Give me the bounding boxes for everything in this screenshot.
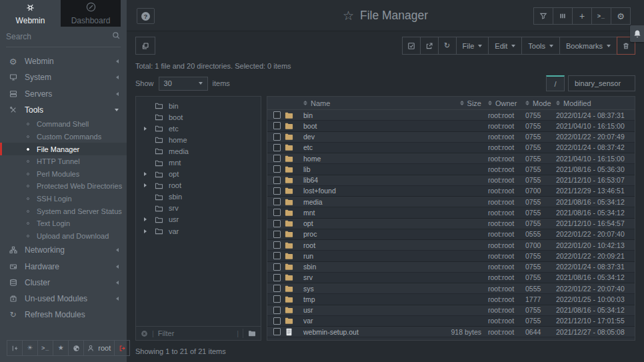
logout-button[interactable] — [114, 340, 130, 356]
root-path-button[interactable]: / — [546, 75, 565, 91]
table-row-usr[interactable]: usrroot:root07552021/08/16 - 05:34:12 — [267, 305, 635, 316]
table-row-var[interactable]: varroot:root07552021/12/10 - 17:01:55 — [267, 316, 635, 327]
sidebar-item-protected-web-directories[interactable]: Protected Web Directories — [0, 180, 127, 193]
expand-arrow-icon[interactable] — [144, 217, 149, 221]
expand-arrow-icon[interactable] — [144, 183, 149, 187]
column-header-name[interactable]: Name — [303, 99, 429, 107]
row-checkbox[interactable] — [273, 122, 281, 129]
cell-name[interactable]: opt — [303, 219, 429, 227]
sidebar-item-text-login[interactable]: Text Login — [0, 217, 127, 230]
table-row-webmin-setup-out[interactable]: webmin-setup.out918 bytesroot:root064420… — [267, 327, 635, 337]
user-button[interactable]: root — [83, 340, 115, 356]
export-button[interactable] — [420, 37, 439, 55]
table-row-proc[interactable]: procroot:root05552022/01/22 - 20:07:40 — [267, 229, 635, 240]
help-button[interactable]: ? — [137, 8, 155, 24]
tree-item-media[interactable]: media — [136, 145, 261, 157]
clear-filter-icon[interactable] — [141, 330, 148, 337]
column-header-size[interactable]: Size — [429, 99, 488, 107]
theme-palette-button[interactable] — [68, 340, 84, 356]
sidebar-section-un-used-modules[interactable]: Un-used Modules — [0, 291, 127, 307]
cell-name[interactable]: proc — [303, 230, 429, 238]
sidebar-item-command-shell[interactable]: Command Shell — [0, 118, 127, 131]
notification-bell-button[interactable] — [630, 25, 644, 42]
sidebar-section-system[interactable]: System — [0, 69, 127, 85]
table-row-sbin[interactable]: sbinroot:root07552022/01/24 - 08:37:31 — [267, 262, 635, 273]
cell-name[interactable]: lib — [303, 165, 429, 173]
row-checkbox[interactable] — [273, 209, 281, 216]
columns-button[interactable] — [553, 7, 573, 25]
row-checkbox[interactable] — [273, 111, 281, 119]
star-outline-icon[interactable]: ☆ — [343, 8, 354, 23]
sidebar-section-webmin[interactable]: ⚙Webmin — [0, 53, 127, 69]
cell-name[interactable]: var — [303, 317, 429, 325]
row-checkbox[interactable] — [273, 285, 281, 292]
row-checkbox[interactable] — [273, 231, 281, 238]
column-header-owner[interactable]: Owner — [488, 99, 525, 107]
tree-item-usr[interactable]: usr — [136, 214, 261, 225]
cell-name[interactable]: boot — [303, 122, 429, 130]
sidebar-section-hardware[interactable]: Hardware — [0, 258, 127, 274]
row-checkbox[interactable] — [273, 177, 281, 184]
cell-name[interactable]: mnt — [303, 209, 429, 217]
column-header-modified[interactable]: Modified — [556, 99, 635, 107]
table-row-srv[interactable]: srvroot:root07552021/08/16 - 05:34:12 — [267, 273, 635, 283]
cell-name[interactable]: sys — [303, 285, 429, 293]
favorites-button[interactable]: ★ — [53, 340, 69, 356]
cell-name[interactable]: usr — [303, 306, 429, 314]
row-checkbox[interactable] — [273, 220, 281, 227]
table-row-home[interactable]: homeroot:root07552021/04/10 - 16:15:00 — [267, 153, 635, 164]
add-button[interactable]: + — [572, 7, 592, 25]
tree-item-boot[interactable]: boot — [136, 111, 261, 123]
expand-arrow-icon[interactable] — [144, 229, 149, 233]
cell-name[interactable]: root — [303, 241, 429, 249]
sidebar-section-tools[interactable]: Tools — [0, 102, 127, 118]
tree-item-etc[interactable]: etc — [136, 123, 261, 134]
table-row-dev[interactable]: devroot:root07552022/01/22 - 20:07:49 — [267, 132, 635, 143]
table-row-lib[interactable]: libroot:root07552021/08/16 - 05:36:30 — [267, 164, 635, 175]
tree-item-mnt[interactable]: mnt — [136, 157, 261, 168]
table-row-etc[interactable]: etcroot:root07552022/01/24 - 08:37:42 — [267, 143, 635, 153]
row-checkbox[interactable] — [273, 252, 281, 259]
sidebar-item-file-manager[interactable]: File Manager — [0, 143, 127, 155]
row-checkbox[interactable] — [273, 165, 281, 173]
table-row-lost-found[interactable]: lost+foundroot:root07002021/12/29 - 13:4… — [267, 186, 635, 197]
cell-name[interactable]: tmp — [303, 295, 429, 303]
column-header-mode[interactable]: Mode — [525, 99, 556, 107]
cell-name[interactable]: run — [303, 252, 429, 260]
paste-clipboard-button[interactable] — [135, 37, 155, 55]
sidebar-section-refresh-modules[interactable]: ↻Refresh Modules — [0, 307, 127, 323]
filter-button[interactable] — [533, 7, 553, 25]
sidebar-item-upload-and-download[interactable]: Upload and Download — [0, 230, 127, 243]
sidebar-item-ssh-login[interactable]: SSH Login — [0, 193, 127, 205]
row-checkbox[interactable] — [273, 307, 281, 314]
menu-file-button[interactable]: File — [456, 37, 489, 55]
cell-name[interactable]: bin — [303, 111, 429, 119]
page-size-select[interactable]: 30 — [159, 77, 208, 91]
row-checkbox[interactable] — [273, 274, 281, 281]
terminal-button[interactable]: >_ — [591, 7, 611, 25]
tree-folder-toggle[interactable] — [243, 329, 256, 338]
table-row-run[interactable]: runroot:root07552022/01/22 - 20:09:21 — [267, 251, 635, 261]
table-row-mnt[interactable]: mntroot:root07552021/08/16 - 05:34:12 — [267, 207, 635, 218]
row-checkbox[interactable] — [273, 198, 281, 205]
refresh-button[interactable]: ↻ — [438, 37, 457, 55]
table-row-lib64[interactable]: lib64root:root07552021/12/10 - 16:53:07 — [267, 175, 635, 186]
path-filter-input[interactable] — [568, 75, 635, 91]
sidebar-item-perl-modules[interactable]: Perl Modules — [0, 168, 127, 181]
tree-item-root[interactable]: root — [136, 180, 261, 191]
settings-button[interactable]: ⚙ — [611, 7, 631, 25]
tree-item-home[interactable]: home — [136, 134, 261, 145]
menu-edit-button[interactable]: Edit — [488, 37, 522, 55]
menu-bookmarks-button[interactable]: Bookmarks — [559, 37, 617, 55]
table-row-media[interactable]: mediaroot:root07552021/08/16 - 05:34:12 — [267, 197, 635, 207]
tree-item-srv[interactable]: srv — [136, 203, 261, 214]
sidebar-section-servers[interactable]: Servers — [0, 86, 127, 102]
cell-name[interactable]: lost+found — [303, 187, 429, 195]
cell-name[interactable]: dev — [303, 133, 429, 141]
table-row-boot[interactable]: bootroot:root07552021/04/10 - 16:15:00 — [267, 121, 635, 131]
search-icon[interactable] — [112, 31, 121, 43]
tree-item-var[interactable]: var — [136, 225, 261, 237]
sidebar-section-cluster[interactable]: Cluster — [0, 275, 127, 291]
sidebar-item-system-and-server-status[interactable]: System and Server Status — [0, 205, 127, 217]
table-row-sys[interactable]: sysroot:root05552022/01/22 - 20:07:40 — [267, 283, 635, 294]
